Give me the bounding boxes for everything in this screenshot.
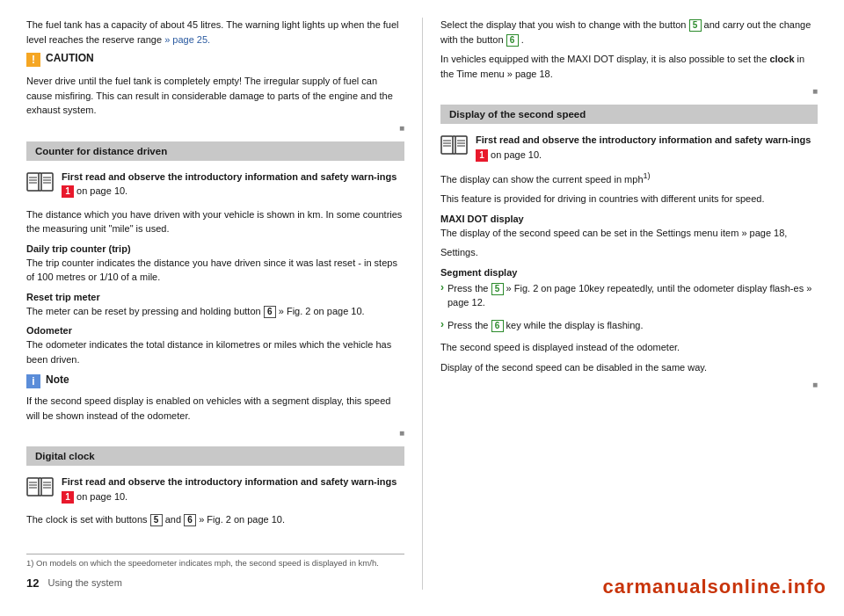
right-column: Select the display that you wish to chan… bbox=[422, 18, 818, 590]
second-speed-warning-text: First read and observe the introductory … bbox=[476, 133, 818, 162]
arrow-icon-1: › bbox=[440, 281, 444, 294]
svg-rect-21 bbox=[455, 136, 467, 154]
digital-clock-warning-badge: 1 bbox=[62, 491, 74, 504]
caution-text: Never drive until the fuel tank is compl… bbox=[26, 74, 404, 118]
right-badge5-intro: 5 bbox=[689, 19, 702, 32]
segment-display-section: › Press the 5 » Fig. 2 on page 10key rep… bbox=[440, 281, 818, 338]
right-intro1: Select the display that you wish to chan… bbox=[440, 18, 818, 47]
maxi-dot-title: MAXI DOT display bbox=[440, 214, 818, 224]
maxi-dot-text: The display of the second speed can be s… bbox=[440, 226, 818, 241]
segment-title: Segment display bbox=[440, 267, 818, 278]
segment-arrow2: › Press the 6 key while the display is f… bbox=[440, 318, 818, 338]
book-icon-3 bbox=[440, 134, 469, 157]
segment-badge6: 6 bbox=[491, 320, 504, 332]
second-speed-warning-badge: 1 bbox=[476, 149, 488, 162]
second-speed-warning-block: First read and observe the introductory … bbox=[440, 133, 818, 162]
counter-warning-text: First read and observe the introductory … bbox=[62, 170, 404, 199]
svg-rect-10 bbox=[27, 478, 39, 496]
reset-trip-text: The meter can be reset by pressing and h… bbox=[26, 304, 404, 319]
end-mark-right2: ■ bbox=[440, 380, 818, 389]
page-container: The fuel tank has a capacity of about 45… bbox=[0, 0, 844, 616]
odometer-title: Odometer bbox=[26, 325, 404, 336]
counter-warning-badge: 1 bbox=[62, 185, 74, 198]
svg-rect-1 bbox=[41, 173, 53, 191]
intro-link[interactable]: » page 25. bbox=[164, 34, 210, 45]
daily-trip-text: The trip counter indicates the distance … bbox=[26, 256, 404, 285]
daily-trip-title: Daily trip counter (trip) bbox=[26, 243, 404, 254]
page-section: Using the system bbox=[47, 577, 121, 588]
caution-box: ! CAUTION bbox=[26, 52, 404, 67]
note-label: Note bbox=[46, 373, 69, 386]
digital-clock-badge2: 6 bbox=[184, 514, 196, 526]
watermark: carmanualsonline.info bbox=[603, 576, 827, 598]
right-intro2: In vehicles equipped with the MAXI DOT d… bbox=[440, 52, 818, 81]
second-speed-header: Display of the second speed bbox=[440, 105, 818, 124]
end-mark-1: ■ bbox=[26, 123, 404, 133]
counter-section-header: Counter for distance driven bbox=[26, 141, 404, 161]
reset-trip-badge: 6 bbox=[264, 306, 276, 318]
end-mark-2: ■ bbox=[26, 428, 404, 438]
svg-rect-11 bbox=[41, 478, 53, 496]
intro-paragraph: The fuel tank has a capacity of about 45… bbox=[26, 18, 404, 47]
digital-clock-warning-block: First read and observe the introductory … bbox=[26, 475, 404, 504]
arrow-icon-2: › bbox=[440, 318, 444, 330]
note-icon: i bbox=[26, 374, 40, 388]
second-speed-body3: The second speed is displayed instead of… bbox=[440, 340, 818, 355]
segment-arrow1: › Press the 5 » Fig. 2 on page 10key rep… bbox=[440, 281, 818, 315]
caution-label: CAUTION bbox=[46, 52, 94, 64]
digital-clock-header: Digital clock bbox=[26, 446, 404, 466]
book-icon bbox=[26, 171, 55, 194]
odometer-text: The odometer indicates the total distanc… bbox=[26, 337, 404, 366]
footnote: 1) On models on which the speedometer in… bbox=[26, 554, 404, 568]
note-text: If the second speed display is enabled o… bbox=[26, 394, 404, 423]
book-icon-2 bbox=[26, 476, 55, 499]
page-footer: 12 Using the system bbox=[26, 576, 404, 590]
segment-badge5: 5 bbox=[491, 283, 504, 295]
counter-warning-block: First read and observe the introductory … bbox=[26, 170, 404, 199]
maxi-dot-text2: Settings. bbox=[440, 245, 818, 260]
digital-clock-warning-text: First read and observe the introductory … bbox=[62, 475, 404, 504]
svg-rect-20 bbox=[441, 136, 453, 154]
digital-clock-body: The clock is set with buttons 5 and 6 » … bbox=[26, 512, 404, 527]
second-speed-body4: Display of the second speed can be disab… bbox=[440, 360, 818, 375]
svg-rect-0 bbox=[27, 173, 39, 191]
page-number: 12 bbox=[26, 576, 39, 590]
note-box: i Note bbox=[26, 373, 404, 388]
left-column: The fuel tank has a capacity of about 45… bbox=[26, 18, 422, 590]
caution-icon: ! bbox=[26, 53, 40, 67]
digital-clock-badge1: 5 bbox=[150, 514, 163, 526]
second-speed-body2: This feature is provided for driving in … bbox=[440, 192, 818, 207]
end-mark-right: ■ bbox=[440, 86, 818, 96]
right-badge6-intro: 6 bbox=[506, 34, 519, 47]
counter-body1: The distance which you have driven with … bbox=[26, 207, 404, 236]
second-speed-body1: The display can show the current speed i… bbox=[440, 170, 818, 186]
reset-trip-title: Reset trip meter bbox=[26, 292, 404, 302]
